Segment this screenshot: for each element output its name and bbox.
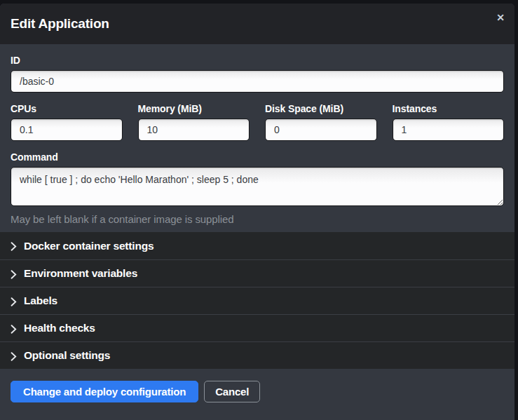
resources-row: CPUs Memory (MiB) Disk Space (MiB) Insta… <box>11 103 504 141</box>
command-input[interactable]: while [ true ] ; do echo 'Hello Marathon… <box>11 167 504 206</box>
edit-application-modal: Edit Application ✕ ID CPUs Memory (MiB) … <box>0 4 514 420</box>
chevron-right-icon <box>11 297 17 306</box>
change-and-deploy-button[interactable]: Change and deploy configuration <box>11 381 198 402</box>
section-label: Optional settings <box>24 349 110 362</box>
command-label: Command <box>11 151 504 163</box>
id-input[interactable] <box>11 70 504 93</box>
section-health-checks[interactable]: Health checks <box>0 314 514 341</box>
section-label: Health checks <box>24 322 95 334</box>
modal-header: Edit Application ✕ <box>0 4 514 44</box>
disk-label: Disk Space (MiB) <box>265 103 377 114</box>
instances-field-group: Instances <box>393 103 505 141</box>
disk-input[interactable] <box>265 118 377 141</box>
section-optional-settings[interactable]: Optional settings <box>0 341 514 369</box>
id-label: ID <box>11 55 504 66</box>
section-docker-container-settings[interactable]: Docker container settings <box>0 232 514 259</box>
memory-field-group: Memory (MiB) <box>138 103 250 141</box>
cpus-input[interactable] <box>11 118 123 141</box>
section-labels[interactable]: Labels <box>0 287 514 314</box>
cancel-button[interactable]: Cancel <box>204 381 260 402</box>
instances-label: Instances <box>393 103 505 114</box>
modal-title: Edit Application <box>11 16 109 32</box>
memory-label: Memory (MiB) <box>138 103 250 114</box>
section-label: Environment variables <box>24 267 137 280</box>
command-help-text: May be left blank if a container image i… <box>11 213 504 225</box>
chevron-right-icon <box>11 351 17 360</box>
chevron-right-icon <box>11 324 17 333</box>
memory-input[interactable] <box>138 118 250 141</box>
command-field-group: Command while [ true ] ; do echo 'Hello … <box>11 151 504 225</box>
section-label: Labels <box>24 294 57 307</box>
disk-field-group: Disk Space (MiB) <box>265 103 377 141</box>
close-icon[interactable]: ✕ <box>496 13 505 22</box>
modal-footer: Change and deploy configuration Cancel <box>0 369 514 420</box>
section-label: Docker container settings <box>24 240 154 252</box>
instances-input[interactable] <box>393 118 505 141</box>
collapsible-sections: Docker container settings Environment va… <box>0 232 514 369</box>
page-background: Edit Application ✕ ID CPUs Memory (MiB) … <box>0 0 518 420</box>
chevron-right-icon <box>11 269 17 278</box>
chevron-right-icon <box>11 241 17 250</box>
cpus-label: CPUs <box>11 103 123 114</box>
id-field-group: ID <box>11 55 504 93</box>
edit-application-form: ID CPUs Memory (MiB) Disk Space (MiB) In <box>0 44 514 232</box>
cpus-field-group: CPUs <box>11 103 123 141</box>
section-environment-variables[interactable]: Environment variables <box>0 259 514 287</box>
